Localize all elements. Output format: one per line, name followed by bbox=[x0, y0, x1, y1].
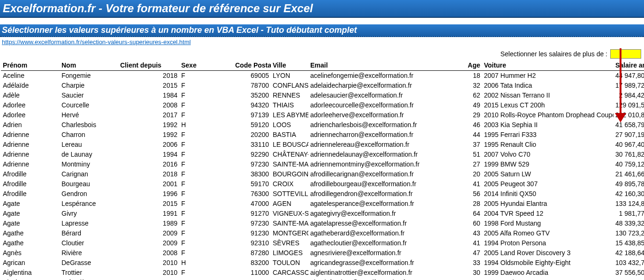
cell-age: 37 bbox=[449, 140, 482, 150]
cell-nom: Trottier bbox=[60, 268, 118, 278]
cell-salaire: 130 723,25 bbox=[613, 228, 644, 238]
cell-prenom: Agate bbox=[1, 209, 60, 219]
cell-client: 2009 bbox=[118, 228, 179, 238]
cell-salaire: 40 967,40 bbox=[613, 140, 644, 150]
cell-email: afrodillecarignan@excelformation.fr bbox=[308, 169, 449, 179]
cell-client: 2018 bbox=[118, 169, 179, 179]
cell-sexe: F bbox=[179, 209, 233, 219]
cell-prenom: Adorlee bbox=[1, 100, 60, 110]
cell-sexe: F bbox=[179, 110, 233, 120]
cell-email: adelesaucier@excelformation.fr bbox=[308, 91, 449, 100]
cell-age: 20 bbox=[449, 169, 482, 179]
cell-email: agatelapresse@excelformation.fr bbox=[308, 219, 449, 228]
cell-age: 27 bbox=[449, 159, 482, 169]
cell-client: 1994 bbox=[118, 150, 179, 159]
cell-email: aimelafreniere@excelformation.fr bbox=[308, 278, 449, 280]
cell-nom: Rivière bbox=[60, 248, 118, 258]
table-row: AfrodilleCarignan2018F38300BOURGOIN-Jafr… bbox=[1, 169, 644, 179]
cell-ville: GAP bbox=[271, 278, 308, 280]
cell-age: 60 bbox=[449, 219, 482, 228]
cell-prenom: Adrienne bbox=[1, 150, 60, 159]
cell-voiture: 2014 Infiniti QX50 bbox=[482, 189, 613, 199]
cell-prenom: Agathe bbox=[1, 228, 60, 238]
cell-client: 2009 bbox=[118, 238, 179, 248]
cell-cp: 97139 bbox=[233, 110, 271, 120]
table-row: Adriennede Launay1994F92290CHÂTENAY-Madr… bbox=[1, 150, 644, 159]
cell-sexe: H bbox=[179, 258, 233, 268]
cell-voiture: 2003 Kia Sephia II bbox=[482, 120, 613, 130]
cell-email: adorleecourcelle@excelformation.fr bbox=[308, 100, 449, 110]
cell-salaire: 129 091,50 bbox=[613, 100, 644, 110]
cell-sexe: F bbox=[179, 189, 233, 199]
cell-cp: 94320 bbox=[233, 100, 271, 110]
cell-email: acelinefongemie@excelformation.fr bbox=[308, 71, 449, 81]
cell-email: adriennedelaunay@excelformation.fr bbox=[308, 150, 449, 159]
cell-ville: TOULON bbox=[271, 258, 308, 268]
cell-prenom: Adrienne bbox=[1, 159, 60, 169]
cell-cp: 97230 bbox=[233, 159, 271, 169]
col-prenom: Prénom bbox=[1, 61, 60, 71]
cell-ville: LES ABYMES bbox=[271, 110, 308, 120]
cell-prenom: Adrien bbox=[1, 120, 60, 130]
filter-input[interactable] bbox=[610, 49, 641, 59]
cell-salaire: 30 761,82 bbox=[613, 150, 644, 159]
cell-cp: 11000 bbox=[233, 268, 271, 278]
table-row: AdrienneMontminy2016F97230SAINTE-MARadri… bbox=[1, 159, 644, 169]
col-sexe: Sexe bbox=[179, 61, 233, 71]
table-row: AdélaïdeCharpie2015F78700CONFLANS-Sadela… bbox=[1, 81, 644, 91]
cell-age: 62 bbox=[449, 91, 482, 100]
cell-sexe: F bbox=[179, 159, 233, 169]
cell-ville: MONTGEROI bbox=[271, 228, 308, 238]
cell-voiture: 2005 Alfa Romeo GTV bbox=[482, 228, 613, 238]
cell-sexe: H bbox=[179, 278, 233, 280]
page-banner: Excelformation.fr - Votre formateur de r… bbox=[0, 0, 644, 18]
cell-email: agathecloutier@excelformation.fr bbox=[308, 238, 449, 248]
cell-sexe: H bbox=[179, 120, 233, 130]
col-nom: Nom bbox=[60, 61, 118, 71]
cell-nom: Montminy bbox=[60, 159, 118, 169]
cell-email: adriennecharron@excelformation.fr bbox=[308, 130, 449, 140]
col-email: Email bbox=[308, 61, 449, 71]
cell-salaire: 44 947,80 bbox=[613, 71, 644, 81]
page-title: Excelformation.fr - Votre formateur de r… bbox=[3, 2, 641, 15]
source-link[interactable]: https://www.excelformation.fr/selection-… bbox=[2, 38, 191, 45]
cell-age: 51 bbox=[449, 150, 482, 159]
cell-cp: 59170 bbox=[233, 179, 271, 189]
cell-sexe: F bbox=[179, 179, 233, 189]
cell-prenom: Agate bbox=[1, 219, 60, 228]
table-row: AgricanDeGrasse2010H83200TOULONagricande… bbox=[1, 258, 644, 268]
cell-prenom: Agrican bbox=[1, 258, 60, 268]
page-subheader: Sélectionner les valeurs supérieures à u… bbox=[0, 24, 644, 37]
page-subtitle: Sélectionner les valeurs supérieures à u… bbox=[2, 25, 642, 35]
cell-salaire: 15 438,85 bbox=[613, 238, 644, 248]
cell-email: adorleeherve@excelformation.fr bbox=[308, 110, 449, 120]
cell-ville: RENNES bbox=[271, 91, 308, 100]
cell-prenom: Agathe bbox=[1, 238, 60, 248]
cell-age: 33 bbox=[449, 258, 482, 268]
cell-client: 2016 bbox=[118, 159, 179, 169]
cell-email: adriencharlesbois@excelformation.fr bbox=[308, 120, 449, 130]
cell-cp: 97230 bbox=[233, 219, 271, 228]
cell-ville: SÈVRES bbox=[271, 238, 308, 248]
cell-age: 44 bbox=[449, 130, 482, 140]
cell-prenom: Adrienne bbox=[1, 130, 60, 140]
cell-sexe: F bbox=[179, 238, 233, 248]
cell-cp: 33110 bbox=[233, 140, 271, 150]
cell-email: agategivry@excelformation.fr bbox=[308, 209, 449, 219]
cell-ville: SOTTEVILLE-l bbox=[271, 189, 308, 199]
cell-client: 2010 bbox=[118, 268, 179, 278]
cell-nom: Saucier bbox=[60, 91, 118, 100]
cell-ville: VIGNEUX-SU bbox=[271, 209, 308, 219]
cell-client: 1989 bbox=[118, 219, 179, 228]
cell-email: agricandegrasse@excelformation.fr bbox=[308, 258, 449, 268]
cell-prenom: Adorlee bbox=[1, 110, 60, 120]
table-row: AgateLapresse1989F97230SAINTE-MARagatela… bbox=[1, 219, 644, 228]
cell-age: 43 bbox=[449, 228, 482, 238]
cell-email: agnesriviere@excelformation.fr bbox=[308, 248, 449, 258]
cell-client: 2006 bbox=[118, 278, 179, 280]
cell-age: 49 bbox=[449, 100, 482, 110]
cell-nom: Charpie bbox=[60, 81, 118, 91]
cell-age: 18 bbox=[449, 71, 482, 81]
cell-nom: Bérard bbox=[60, 228, 118, 238]
cell-nom: Gendron bbox=[60, 189, 118, 199]
